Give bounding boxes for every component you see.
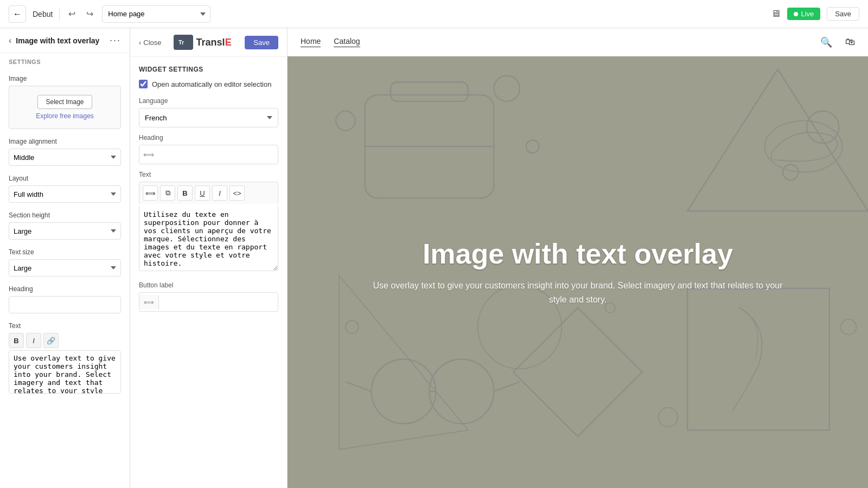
- trans-text-toolbar: ⟺ ⧉ B U I <>: [139, 182, 278, 204]
- text-field: Text B I 🔗 Use overlay text to give your…: [9, 322, 121, 395]
- settings-label: SETTINGS: [0, 53, 130, 68]
- trans-underline-button[interactable]: U: [195, 185, 210, 201]
- auto-open-row: Open automatically on editor selection: [139, 80, 278, 88]
- explore-free-images-link[interactable]: Explore free images: [36, 112, 94, 120]
- hero-title: Image with text overlay: [372, 237, 784, 270]
- trans-save-button[interactable]: Save: [245, 36, 278, 49]
- image-alignment-select[interactable]: MiddleLeftRight: [9, 149, 121, 166]
- redo-button[interactable]: ↪: [84, 7, 95, 21]
- trans-heading-label: Heading: [139, 134, 278, 142]
- section-height-select[interactable]: SmallMediumLarge: [9, 222, 121, 240]
- trans-close-link[interactable]: ‹ Close: [139, 38, 162, 47]
- image-upload-box: Select Image Explore free images: [9, 86, 121, 129]
- back-arrow-icon: ←: [13, 9, 22, 19]
- image-alignment-label: Image alignment: [9, 138, 121, 145]
- bold-button[interactable]: B: [9, 333, 24, 348]
- auto-open-checkbox[interactable]: [139, 80, 148, 88]
- trans-logo-icon: Tr: [174, 35, 193, 50]
- hero-content: Image with text overlay Use overlay text…: [361, 227, 795, 317]
- live-label: Live: [801, 10, 814, 18]
- text-size-select[interactable]: SmallMediumLarge: [9, 259, 121, 277]
- topbar-divider: [59, 8, 60, 21]
- italic-button[interactable]: I: [26, 333, 41, 348]
- trans-content: WIDGET SETTINGS Open automatically on ed…: [130, 57, 287, 488]
- trans-bold-button[interactable]: B: [177, 185, 193, 201]
- trans-heading-input-wrapper: ⟺ Image avec superposition de text: [139, 145, 278, 164]
- undo-button[interactable]: ↩: [66, 7, 78, 21]
- image-label: Image: [9, 75, 121, 82]
- trans-text-textarea[interactable]: Utilisez du texte en superposition pour …: [139, 206, 278, 271]
- trans-heading-input[interactable]: Image avec superposition de text: [139, 145, 278, 164]
- sidebar-header: ‹ Image with text overlay ···: [0, 28, 130, 53]
- monitor-icon[interactable]: 🖥: [771, 8, 781, 20]
- trans-logo: Tr TranslE: [174, 35, 232, 50]
- trans-logo-e: E: [225, 37, 232, 48]
- nav-catalog-link[interactable]: Catalog: [334, 37, 360, 47]
- main-layout: ‹ Image with text overlay ··· SETTINGS I…: [0, 28, 868, 488]
- live-dot: [794, 12, 798, 16]
- trans-logo-text: TranslE: [196, 37, 232, 48]
- trans-translate-button[interactable]: ⟺: [143, 185, 158, 201]
- trans-code-button[interactable]: <>: [229, 185, 245, 201]
- text-size-field: Text size SmallMediumLarge: [9, 248, 121, 277]
- heading-input[interactable]: Image with text overlay: [9, 296, 121, 313]
- language-select[interactable]: French English Spanish German Italian: [139, 108, 278, 127]
- image-alignment-field: Image alignment MiddleLeftRight: [9, 138, 121, 166]
- text-size-label: Text size: [9, 248, 121, 256]
- auto-open-label: Open automatically on editor selection: [152, 80, 271, 88]
- trans-header: ‹ Close Tr TranslE Save: [130, 28, 287, 57]
- translate-icon: ⟺: [143, 150, 154, 159]
- widget-settings-title: WIDGET SETTINGS: [139, 66, 278, 73]
- button-label-input-wrapper: ⟺: [139, 292, 278, 312]
- sidebar-back-button[interactable]: ‹: [9, 36, 11, 46]
- trans-copy-button[interactable]: ⧉: [160, 185, 175, 201]
- heading-label: Heading: [9, 285, 121, 293]
- topbar-title: Debut: [33, 10, 53, 18]
- section-height-label: Section height: [9, 211, 121, 219]
- preview-area: Home Catalog 🔍 🛍: [288, 28, 868, 488]
- nav-home-link[interactable]: Home: [301, 37, 321, 47]
- image-field-group: Image Select Image Explore free images: [9, 75, 121, 129]
- live-button[interactable]: Live: [787, 8, 821, 20]
- preview-nav: Home Catalog 🔍 🛍: [288, 28, 868, 56]
- topbar-back-button[interactable]: ←: [9, 5, 26, 23]
- text-textarea[interactable]: Use overlay text to give your customers …: [9, 350, 121, 394]
- select-image-button[interactable]: Select Image: [37, 95, 92, 109]
- layout-label: Layout: [9, 175, 121, 182]
- translation-panel: ‹ Close Tr TranslE Save WIDGET SETTINGS …: [130, 28, 288, 488]
- page-select[interactable]: Home page About Contact: [102, 5, 210, 23]
- trans-text-label: Text: [139, 171, 278, 178]
- layout-field: Layout Full widthFixed width: [9, 175, 121, 203]
- button-label-input[interactable]: [159, 293, 278, 311]
- svg-text:Tr: Tr: [178, 39, 184, 46]
- sidebar-content: Image Select Image Explore free images I…: [0, 68, 130, 488]
- button-translate-icon: ⟺: [139, 295, 159, 310]
- hero-section: Image with text overlay Use overlay text…: [288, 56, 868, 488]
- heading-field: Heading Image with text overlay: [9, 285, 121, 313]
- chevron-left-icon: ‹: [139, 38, 141, 47]
- search-icon[interactable]: 🔍: [820, 36, 832, 48]
- trans-close-label: Close: [143, 38, 161, 47]
- layout-select[interactable]: Full widthFixed width: [9, 185, 121, 203]
- link-button[interactable]: 🔗: [43, 333, 59, 348]
- topbar: ← Debut ↩ ↪ Home page About Contact 🖥 Li…: [0, 0, 868, 28]
- cart-icon[interactable]: 🛍: [845, 36, 855, 48]
- button-label-section: Button label ⟺: [139, 281, 278, 312]
- hero-subtitle: Use overlay text to give your customers …: [372, 279, 784, 306]
- text-label: Text: [9, 322, 121, 330]
- sidebar: ‹ Image with text overlay ··· SETTINGS I…: [0, 28, 130, 488]
- language-label: Language: [139, 97, 278, 105]
- save-button[interactable]: Save: [827, 7, 859, 21]
- text-toolbar: B I 🔗: [9, 333, 121, 348]
- sidebar-title: Image with text overlay: [16, 36, 105, 45]
- section-height-field: Section height SmallMediumLarge: [9, 211, 121, 240]
- sidebar-more-button[interactable]: ···: [110, 35, 121, 46]
- button-label-title: Button label: [139, 281, 278, 289]
- trans-italic-button[interactable]: I: [212, 185, 227, 201]
